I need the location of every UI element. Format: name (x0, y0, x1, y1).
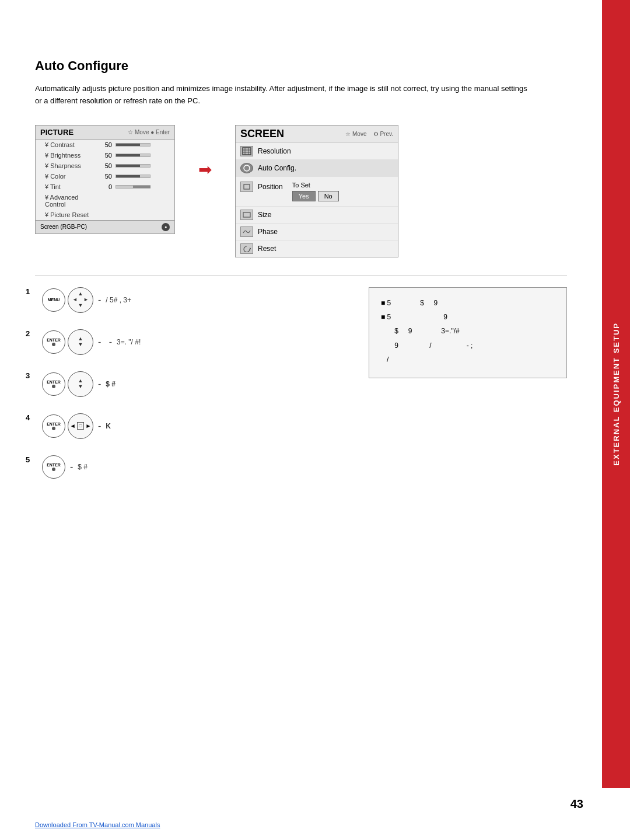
screen-reset-label: Reset (258, 245, 276, 253)
picture-sharpness-item: ¥ Sharpness 50 (36, 161, 174, 171)
position-row: Position To Set Yes No (236, 177, 398, 207)
step-2-number: 2 (26, 329, 30, 338)
arrow-right: ➡ (198, 125, 212, 179)
screen-menu-title: SCREEN (240, 128, 284, 140)
nav-button-2[interactable]: ▲ ▼ (68, 329, 93, 355)
info-box: ■ 5 $ 9 ■ 5 9 $ 9 3=."/# 9 / (369, 287, 567, 378)
tint-bar-fill (133, 186, 150, 188)
svg-rect-7 (243, 212, 250, 217)
size-icon (240, 210, 253, 220)
brightness-bar-fill (116, 154, 140, 156)
menu-screenshots-area: PICTURE ☆ Move ● Enter ¥ Contrast 50 ¥ B… (35, 125, 567, 257)
sidebar: EXTERNAL EQUIPMENT SETUP (602, 0, 630, 788)
screen-reset-icon (240, 243, 253, 254)
color-value: 50 (97, 173, 112, 180)
color-bar-fill (116, 175, 140, 177)
sharpness-bar-fill (116, 165, 140, 167)
no-button[interactable]: No (318, 191, 339, 201)
step-4-text: K (106, 422, 111, 430)
page-title: Auto Configure (35, 58, 567, 74)
info-text-5: / (381, 354, 388, 365)
tint-bar (116, 185, 150, 189)
enter-button-3[interactable]: ENTER (42, 372, 65, 396)
picture-color-item: ¥ Color 50 (36, 171, 174, 182)
contrast-label: ¥ Contrast (45, 141, 97, 148)
step-5-row: 5 ENTER - $ # (35, 455, 345, 479)
screen-menu-header: SCREEN ☆ Move ⚙ Prev. (236, 126, 398, 143)
info-text-2: ■ 5 9 (381, 311, 447, 323)
contrast-value: 50 (97, 141, 112, 148)
input-indicator: ● (162, 223, 170, 231)
position-icon (240, 182, 253, 192)
info-row-5: / (381, 354, 555, 365)
auto-config-icon (240, 163, 253, 173)
resolution-label: Resolution (258, 147, 291, 155)
step-2-text: 3=. "/ #! (117, 338, 141, 346)
yes-button[interactable]: Yes (292, 191, 316, 201)
to-set-label: To Set (292, 182, 310, 189)
menu-button[interactable]: MENU (42, 288, 65, 312)
footer-text: Screen (RGB-PC) (40, 224, 87, 230)
reset-row: Reset (236, 241, 398, 257)
footer-link[interactable]: Downloaded From TV-Manual.com Manuals (35, 821, 160, 828)
reset-label: ¥ Picture Reset (45, 211, 97, 218)
phase-icon (240, 226, 253, 237)
svg-rect-0 (243, 148, 251, 155)
nav-button-3[interactable]: ▲ ▼ (68, 371, 93, 397)
position-label: Position (258, 183, 283, 191)
advanced-label: ¥ Advanced Control (45, 194, 97, 208)
picture-advanced-item: ¥ Advanced Control (36, 192, 174, 210)
step-4-row: 4 ENTER ◄ □ ► - K (35, 413, 345, 439)
nav-button-1[interactable]: ▲ ◄► ▼ (68, 287, 93, 313)
step-2-dash: - - (98, 337, 112, 347)
step-4-dash: - (98, 421, 101, 431)
step-1-text: / 5# , 3+ (106, 296, 131, 304)
steps-area: 1 MENU ▲ ◄► ▼ - / 5# , 3+ (35, 287, 567, 495)
size-row: Size (236, 207, 398, 224)
tint-label: ¥ Tint (45, 183, 97, 190)
step-1-number: 1 (26, 287, 30, 296)
sharpness-value: 50 (97, 162, 112, 169)
screen-menu: SCREEN ☆ Move ⚙ Prev. Resolution Auto Co… (235, 125, 398, 257)
picture-brightness-item: ¥ Brightness 50 (36, 150, 174, 161)
step-3-buttons: ENTER ▲ ▼ (42, 371, 93, 397)
info-row-4: 9 / - ; (381, 340, 555, 351)
picture-menu-header: PICTURE ☆ Move ● Enter (36, 126, 174, 140)
step-1-row: 1 MENU ▲ ◄► ▼ - / 5# , 3+ (35, 287, 345, 313)
picture-tint-item: ¥ Tint 0 (36, 182, 174, 192)
picture-menu-footer: Screen (RGB-PC) ● (36, 220, 174, 233)
svg-point-5 (244, 165, 250, 171)
tint-value: 0 (97, 183, 112, 190)
enter-button-2[interactable]: ENTER (42, 330, 65, 354)
info-text-1: ■ 5 $ 9 (381, 297, 438, 309)
phase-label: Phase (258, 228, 278, 236)
svg-marker-8 (250, 248, 251, 250)
brightness-label: ¥ Brightness (45, 152, 97, 159)
enter-button-4[interactable]: ENTER (42, 414, 65, 438)
sharpness-bar (116, 164, 150, 168)
step-3-number: 3 (26, 371, 30, 380)
step-3-dash: - (98, 379, 101, 389)
step-1-dash: - (98, 295, 101, 305)
step-3-row: 3 ENTER ▲ ▼ - $ # (35, 371, 345, 397)
sidebar-label: EXTERNAL EQUIPMENT SETUP (612, 322, 621, 466)
steps-list: 1 MENU ▲ ◄► ▼ - / 5# , 3+ (35, 287, 345, 495)
picture-menu: PICTURE ☆ Move ● Enter ¥ Contrast 50 ¥ B… (35, 125, 175, 234)
color-bar (116, 175, 150, 178)
enter-button-5[interactable]: ENTER (42, 455, 65, 479)
resolution-row: Resolution (236, 143, 398, 160)
divider (35, 275, 567, 276)
to-set-area: To Set Yes No (292, 182, 339, 201)
side-nav-button-4[interactable]: ◄ □ ► (68, 413, 93, 439)
picture-menu-nav: ☆ Move ● Enter (128, 129, 170, 135)
page-number: 43 (570, 797, 583, 811)
brightness-value: 50 (97, 152, 112, 159)
step-4-number: 4 (26, 413, 30, 422)
screen-menu-nav: ☆ Move ⚙ Prev. (345, 131, 393, 137)
info-row-1: ■ 5 $ 9 (381, 297, 555, 309)
step-3-text: $ # (106, 380, 116, 388)
info-row-2: ■ 5 9 (381, 311, 555, 323)
sharpness-label: ¥ Sharpness (45, 162, 97, 169)
resolution-icon (240, 146, 253, 156)
size-label: Size (258, 211, 271, 219)
